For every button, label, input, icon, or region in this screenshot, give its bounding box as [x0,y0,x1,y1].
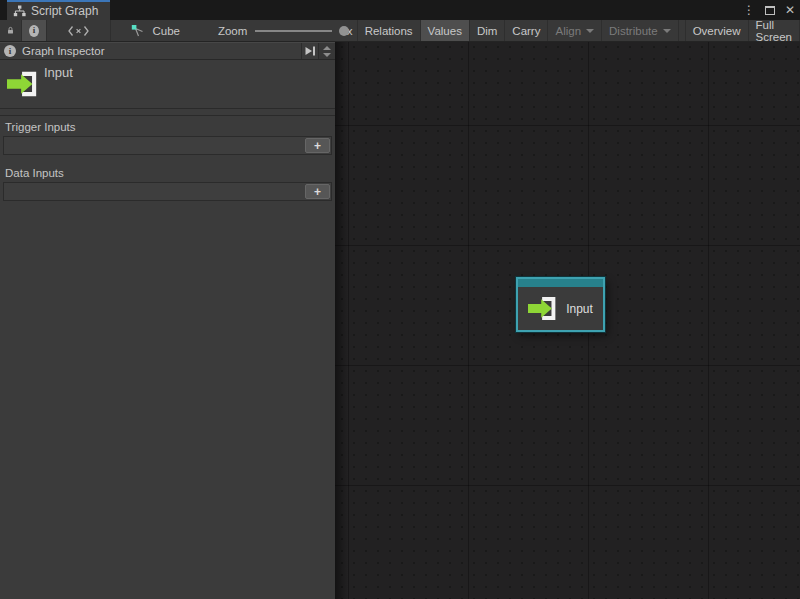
chevron-down-icon [586,29,594,33]
selected-unit-preview: Input [0,60,335,109]
graph-canvas[interactable]: Input [335,42,800,599]
chevron-down-icon [663,29,671,33]
trigger-inputs-label: Trigger Inputs [0,116,335,136]
relations-button[interactable]: Relations [357,20,421,41]
dim-button[interactable]: Dim [470,20,505,41]
spacer [0,155,335,162]
carry-button[interactable]: Carry [505,20,548,41]
graph-toolbar: i Cube Zoom 1x Relations Values Dim Carr… [0,20,800,42]
tab-script-graph[interactable]: Script Graph [7,0,110,20]
values-button[interactable]: Values [421,20,470,41]
graph-name: Cube [152,25,180,37]
graph-asset-breadcrumb[interactable]: Cube [127,20,184,41]
selected-unit-name: Input [44,65,73,80]
tab-bar: Script Graph ⋮ ✕ [0,0,800,20]
main-area: i Graph Inspector Input [0,42,800,599]
node-label: Input [566,302,593,316]
info-icon: i [4,45,16,57]
kebab-menu-icon[interactable]: ⋮ [743,4,755,16]
angle-brackets-x-icon [68,25,89,37]
tab-title: Script Graph [31,4,98,18]
data-inputs-list: + [3,182,332,201]
play-into-bracket-icon [304,45,316,57]
trigger-inputs-list: + [3,136,332,155]
caret-down-icon [323,53,331,57]
dock-panel-button[interactable] [301,43,318,59]
full-screen-button[interactable]: Full Screen [749,20,800,41]
caret-up-icon [323,46,331,50]
lock-button[interactable] [0,20,22,41]
edit-code-button[interactable] [47,20,111,41]
toolbar-button-group: Relations Values Dim Carry Align Distrib… [357,20,800,41]
node-titlebar[interactable] [518,279,603,287]
distribute-dropdown[interactable]: Distribute [602,20,679,41]
graph-hierarchy-icon [13,5,26,17]
data-inputs-label: Data Inputs [0,162,335,182]
zoom-label: Zoom [214,20,251,41]
panel-title: Graph Inspector [22,45,301,57]
node-graph-icon [131,24,145,38]
divider [0,109,335,116]
panel-scroll-stepper[interactable] [318,43,335,59]
panel-shadow [335,42,348,599]
graph-inspector-panel: i Graph Inspector Input [0,42,335,599]
zoom-slider[interactable] [255,30,332,32]
add-trigger-input-button[interactable]: + [305,138,330,153]
close-icon[interactable]: ✕ [785,4,795,16]
node-body: Input [518,287,603,330]
arrow-into-bracket-icon [7,69,39,99]
window-controls: ⋮ ✕ [743,0,795,20]
align-dropdown[interactable]: Align [548,20,602,41]
maximize-icon[interactable] [765,6,775,15]
add-data-input-button[interactable]: + [305,184,330,199]
node-input[interactable]: Input [516,277,605,332]
zoom-slider-thumb[interactable] [339,26,349,36]
arrow-into-bracket-icon [528,295,558,322]
overview-button[interactable]: Overview [685,20,749,41]
graph-inspector-header: i Graph Inspector [0,42,335,60]
script-graph-window: Script Graph ⋮ ✕ i [0,0,800,599]
lock-icon [7,24,14,37]
info-icon: i [29,25,39,37]
inspector-toggle-button[interactable]: i [22,20,47,41]
